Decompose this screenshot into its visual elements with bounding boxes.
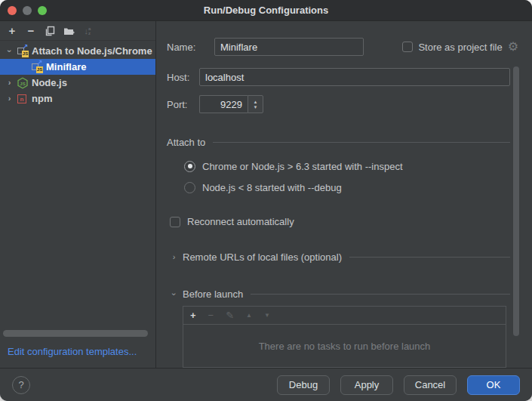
- reconnect-automatically-checkbox[interactable]: [170, 217, 180, 227]
- chevron-collapsed-icon[interactable]: ›: [5, 94, 14, 103]
- section-divider: [349, 257, 510, 258]
- minimize-window-button[interactable]: [23, 6, 32, 15]
- cancel-button[interactable]: Cancel: [404, 375, 457, 395]
- reconnect-automatically-label: Reconnect automatically: [187, 216, 294, 227]
- tree-item-label: npm: [32, 93, 52, 104]
- close-window-button[interactable]: [8, 6, 17, 15]
- tree-item-npm[interactable]: › n npm: [0, 91, 155, 106]
- debug-button[interactable]: Debug: [277, 375, 330, 395]
- reconnect-automatically-row[interactable]: Reconnect automatically: [170, 216, 532, 227]
- ok-button[interactable]: OK: [467, 375, 520, 395]
- zoom-window-button[interactable]: [38, 6, 47, 15]
- chevron-collapsed-icon[interactable]: ›: [170, 253, 178, 261]
- host-row: Host:: [167, 68, 532, 86]
- name-input[interactable]: [214, 38, 364, 56]
- configurations-tree: › ↗ JS Attach to Node.js/Chrome ↗ JS Min…: [0, 41, 155, 106]
- chevron-expanded-icon[interactable]: ›: [170, 290, 178, 298]
- name-label: Name:: [167, 42, 214, 53]
- port-label: Port:: [167, 99, 199, 110]
- apply-button[interactable]: Apply: [340, 375, 393, 395]
- radio-option-debug[interactable]: Node.js < 8 started with --debug: [184, 179, 532, 196]
- section-divider: [251, 294, 510, 295]
- run-debug-configurations-dialog: Run/Debug Configurations + −: [0, 0, 532, 401]
- dialog-footer: ? Debug Apply Cancel OK: [0, 368, 532, 401]
- radio-unselected-icon[interactable]: [184, 182, 195, 193]
- remove-task-icon[interactable]: −: [208, 310, 214, 320]
- folder-plus-icon: [63, 26, 75, 36]
- title-bar: Run/Debug Configurations: [0, 0, 532, 21]
- attach-to-section-title: Attach to: [167, 137, 205, 148]
- tree-item-miniflare[interactable]: ↗ JS Miniflare: [0, 59, 155, 75]
- attach-nodejs-chrome-icon: ↗ JS: [17, 45, 29, 57]
- remote-urls-section-header[interactable]: › Remote URLs of local files (optional): [170, 251, 532, 263]
- add-task-icon[interactable]: +: [190, 310, 196, 320]
- move-task-up-icon[interactable]: ▲: [246, 310, 252, 320]
- move-task-down-icon[interactable]: ▼: [264, 310, 270, 320]
- radio-debug-label: Node.js < 8 started with --debug: [202, 182, 342, 193]
- port-spinner-buttons[interactable]: ▲ ▼: [248, 95, 263, 113]
- remove-configuration-icon[interactable]: −: [25, 25, 37, 37]
- horizontal-scrollbar-thumb[interactable]: [3, 330, 148, 337]
- new-folder-icon[interactable]: [63, 25, 75, 37]
- nodejs-icon: JS: [17, 77, 29, 89]
- tree-item-label: Attach to Node.js/Chrome: [32, 45, 152, 57]
- radio-option-inspect[interactable]: Chrome or Node.js > 6.3 started with --i…: [184, 158, 532, 174]
- copy-configuration-icon[interactable]: [44, 25, 56, 37]
- copy-icon: [45, 26, 55, 36]
- radio-selected-icon[interactable]: [184, 161, 195, 172]
- spinner-up-icon[interactable]: ▲: [254, 100, 258, 104]
- npm-icon: n: [17, 93, 29, 105]
- port-row: Port: ▲ ▼: [167, 95, 532, 113]
- port-stepper: ▲ ▼: [199, 95, 263, 113]
- tree-item-attach-to-nodejs-chrome[interactable]: › ↗ JS Attach to Node.js/Chrome: [0, 43, 155, 59]
- store-as-project-file-group: Store as project file ⚙: [402, 41, 518, 53]
- host-input[interactable]: [199, 68, 510, 86]
- tree-item-label: Miniflare: [46, 61, 86, 72]
- svg-text:JS: JS: [20, 81, 25, 85]
- footer-buttons: Debug Apply Cancel OK: [277, 375, 520, 395]
- host-label: Host:: [167, 72, 199, 83]
- tree-item-label: Node.js: [32, 77, 67, 88]
- configurations-sidebar: + − ↓ a: [0, 21, 156, 368]
- attach-to-section-header: Attach to: [167, 137, 532, 148]
- section-divider: [213, 142, 510, 143]
- chevron-collapsed-icon[interactable]: ›: [5, 79, 14, 87]
- remote-urls-section-title: Remote URLs of local files (optional): [183, 251, 342, 263]
- before-launch-section-header[interactable]: › Before launch: [170, 288, 532, 300]
- traffic-lights: [8, 6, 47, 15]
- port-input[interactable]: [199, 95, 248, 113]
- tree-item-nodejs[interactable]: › JS Node.js: [0, 75, 155, 91]
- attach-nodejs-chrome-icon: ↗ JS: [31, 61, 43, 73]
- empty-task-list-message: There are no tasks to run before launch: [183, 325, 506, 367]
- store-as-project-file-label: Store as project file: [418, 42, 502, 53]
- edit-task-icon[interactable]: ✎: [226, 310, 234, 320]
- before-launch-task-list: + − ✎ ▲ ▼ There are no tasks to run befo…: [183, 306, 506, 368]
- help-button[interactable]: ?: [12, 376, 30, 394]
- chevron-expanded-icon[interactable]: ›: [5, 47, 14, 55]
- gear-icon[interactable]: ⚙: [508, 41, 518, 53]
- add-configuration-icon[interactable]: +: [6, 25, 18, 37]
- configuration-form: Name: Store as project file ⚙ Host: Port…: [156, 21, 532, 368]
- spinner-down-icon[interactable]: ▼: [254, 105, 258, 110]
- edit-configuration-templates-link[interactable]: Edit configuration templates...: [8, 346, 137, 357]
- sort-configurations-icon[interactable]: ↓ a z: [81, 25, 94, 37]
- store-as-project-file-checkbox[interactable]: [402, 42, 413, 52]
- vertical-scrollbar-thumb[interactable]: [513, 66, 519, 336]
- task-list-toolbar: + − ✎ ▲ ▼: [183, 307, 506, 325]
- radio-inspect-label: Chrome or Node.js > 6.3 started with --i…: [202, 161, 403, 172]
- sidebar-toolbar: + − ↓ a: [0, 21, 155, 41]
- before-launch-section-title: Before launch: [183, 288, 243, 300]
- name-row: Name: Store as project file ⚙: [167, 38, 532, 56]
- dialog-title: Run/Debug Configurations: [204, 5, 328, 16]
